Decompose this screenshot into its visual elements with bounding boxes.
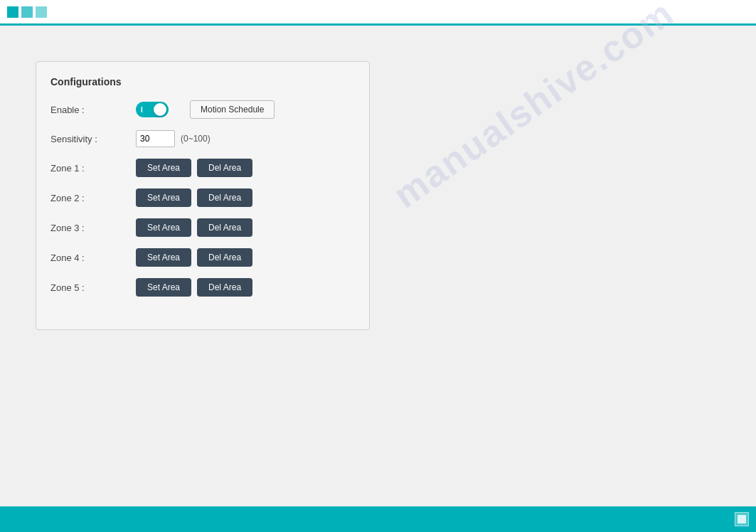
enable-row: Enable : I Motion Schedule bbox=[50, 100, 348, 119]
main-content: Configurations Enable : I Motion Schedul… bbox=[0, 26, 756, 506]
zone-3-del-button[interactable]: Del Area bbox=[197, 218, 252, 237]
logo-block-3 bbox=[36, 6, 47, 18]
toggle-knob bbox=[154, 103, 166, 116]
zone-3-label: Zone 3 : bbox=[50, 223, 136, 233]
enable-label: Enable : bbox=[50, 105, 136, 115]
sensitivity-row: Sensitivity : (0~100) bbox=[50, 130, 348, 147]
zone-5-label: Zone 5 : bbox=[50, 282, 136, 293]
zone-3-set-button[interactable]: Set Area bbox=[136, 218, 191, 237]
enable-toggle[interactable]: I bbox=[136, 102, 169, 117]
sensitivity-range: (0~100) bbox=[181, 134, 211, 144]
zone-4-del-button[interactable]: Del Area bbox=[197, 248, 252, 267]
sensitivity-input[interactable] bbox=[136, 130, 175, 147]
logo-blocks bbox=[7, 6, 47, 18]
toggle-i-label: I bbox=[141, 106, 143, 114]
footer-bar bbox=[0, 506, 756, 532]
zone-1-label: Zone 1 : bbox=[50, 163, 136, 174]
zone-5-del-button[interactable]: Del Area bbox=[197, 278, 252, 297]
zone-2-set-button[interactable]: Set Area bbox=[136, 188, 191, 207]
logo-block-1 bbox=[7, 6, 18, 18]
zone-2-label: Zone 2 : bbox=[50, 193, 136, 203]
zone-1-set-button[interactable]: Set Area bbox=[136, 159, 191, 177]
zone-4-set-button[interactable]: Set Area bbox=[136, 248, 191, 267]
zone-3-row: Zone 3 : Set Area Del Area bbox=[50, 218, 348, 237]
logo-block-2 bbox=[21, 6, 33, 18]
zone-1-del-button[interactable]: Del Area bbox=[197, 159, 252, 177]
footer-icon-inner bbox=[738, 515, 746, 523]
footer-icon bbox=[735, 512, 749, 526]
watermark: manualshive.com bbox=[385, 0, 681, 216]
config-panel: Configurations Enable : I Motion Schedul… bbox=[36, 61, 370, 330]
zone-4-row: Zone 4 : Set Area Del Area bbox=[50, 248, 348, 267]
sensitivity-label: Sensitivity : bbox=[50, 134, 136, 144]
zone-5-row: Zone 5 : Set Area Del Area bbox=[50, 278, 348, 297]
zone-2-del-button[interactable]: Del Area bbox=[197, 188, 252, 207]
zone-4-label: Zone 4 : bbox=[50, 252, 136, 263]
motion-schedule-button[interactable]: Motion Schedule bbox=[190, 100, 275, 119]
header-bar bbox=[0, 0, 756, 26]
zone-1-row: Zone 1 : Set Area Del Area bbox=[50, 159, 348, 177]
zone-5-set-button[interactable]: Set Area bbox=[136, 278, 191, 297]
toggle-container[interactable]: I bbox=[136, 102, 169, 117]
zone-2-row: Zone 2 : Set Area Del Area bbox=[50, 188, 348, 207]
config-title: Configurations bbox=[50, 76, 348, 87]
